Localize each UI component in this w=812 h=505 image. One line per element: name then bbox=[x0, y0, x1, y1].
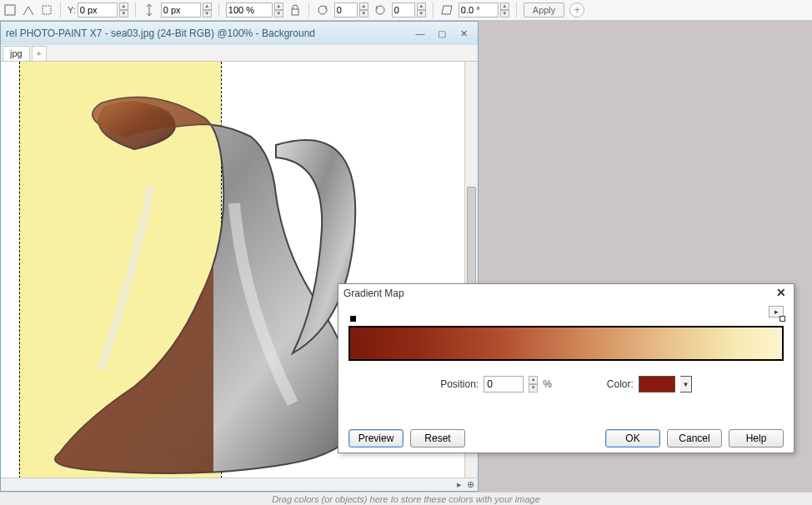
svg-rect-0 bbox=[5, 5, 15, 15]
nav-arrow-icon[interactable]: ▸ bbox=[457, 479, 462, 490]
y-label: Y: bbox=[68, 5, 76, 15]
dialog-body: ▸ Position: ▲▼ % Color: ▼ bbox=[338, 302, 794, 399]
document-title: rel PHOTO-PAINT X7 - sea03.jpg (24-Bit R… bbox=[6, 28, 411, 39]
y-input[interactable] bbox=[78, 2, 118, 18]
zoom-tool-icon[interactable]: ⊕ bbox=[467, 479, 474, 490]
svg-point-4 bbox=[318, 6, 327, 14]
tool-icon-2[interactable] bbox=[22, 3, 35, 17]
y-spinner[interactable]: ▲▼ bbox=[119, 2, 128, 18]
apply-button[interactable]: Apply bbox=[524, 2, 565, 18]
rotation2-field: ▲▼ bbox=[392, 2, 426, 18]
help-button[interactable]: Help bbox=[729, 429, 784, 448]
preview-button[interactable]: Preview bbox=[348, 429, 403, 448]
gradient-map-dialog: Gradient Map ✕ ▸ Position: ▲▼ % Color: ▼… bbox=[338, 283, 794, 453]
position-input[interactable] bbox=[484, 376, 524, 392]
separator bbox=[308, 2, 309, 18]
svg-rect-3 bbox=[292, 9, 298, 15]
separator bbox=[218, 2, 219, 18]
color-swatch[interactable] bbox=[639, 376, 675, 392]
color-dropdown-button[interactable]: ▼ bbox=[680, 376, 692, 392]
rot2-input[interactable] bbox=[392, 2, 415, 18]
gradient-stop-left[interactable] bbox=[350, 316, 356, 322]
cancel-button[interactable]: Cancel bbox=[667, 429, 722, 448]
scale-spinner[interactable]: ▲▼ bbox=[274, 2, 283, 18]
position-label: Position: bbox=[440, 378, 479, 390]
document-tabs: jpg + bbox=[1, 45, 478, 62]
separator bbox=[60, 2, 61, 18]
svg-rect-1 bbox=[43, 6, 51, 14]
dialog-titlebar[interactable]: Gradient Map ✕ bbox=[338, 284, 794, 302]
angle-spinner[interactable]: ▲▼ bbox=[500, 2, 509, 18]
separator bbox=[433, 2, 434, 18]
scale-input[interactable] bbox=[226, 2, 273, 18]
angle-field: ▲▼ bbox=[459, 2, 509, 18]
y-position-field: Y: ▲▼ bbox=[68, 2, 128, 18]
color-tray-hint: Drag colors (or objects) here to store t… bbox=[0, 492, 812, 505]
position-spinner[interactable]: ▲▼ bbox=[529, 376, 538, 392]
percent-label: % bbox=[543, 378, 552, 390]
rotate-icon bbox=[316, 3, 329, 17]
height-spinner[interactable]: ▲▼ bbox=[203, 2, 212, 18]
scale-field: ▲▼ bbox=[226, 2, 283, 18]
minimize-button[interactable]: — bbox=[411, 27, 429, 40]
height-icon bbox=[143, 3, 156, 17]
close-button[interactable]: ✕ bbox=[454, 27, 473, 40]
skew-icon bbox=[440, 3, 454, 17]
svg-marker-6 bbox=[442, 6, 452, 14]
rotation1-field: ▲▼ bbox=[334, 2, 368, 18]
property-bar: Y: ▲▼ ▲▼ ▲▼ ▲▼ ▲▼ ▲▼ Apply + bbox=[0, 0, 812, 21]
rot1-spinner[interactable]: ▲▼ bbox=[359, 2, 368, 18]
document-titlebar: rel PHOTO-PAINT X7 - sea03.jpg (24-Bit R… bbox=[1, 22, 478, 45]
separator bbox=[135, 2, 136, 18]
tool-icon-1[interactable] bbox=[3, 3, 17, 17]
gradient-editor bbox=[348, 326, 784, 361]
angle-input[interactable] bbox=[459, 2, 499, 18]
guide-left bbox=[19, 62, 20, 478]
new-tab-button[interactable]: + bbox=[32, 46, 47, 61]
reset-button[interactable]: Reset bbox=[410, 429, 465, 448]
gradient-controls-row: Position: ▲▼ % Color: ▼ bbox=[348, 376, 784, 392]
gradient-stop-right[interactable] bbox=[779, 316, 785, 322]
dialog-close-button[interactable]: ✕ bbox=[774, 286, 789, 301]
gradient-preview-bar[interactable] bbox=[348, 326, 784, 361]
document-tab[interactable]: jpg bbox=[3, 46, 30, 61]
separator bbox=[516, 2, 517, 18]
dialog-footer: Preview Reset OK Cancel Help bbox=[338, 424, 794, 452]
ok-button[interactable]: OK bbox=[605, 429, 660, 448]
color-label: Color: bbox=[607, 378, 634, 390]
document-status-bar: ▸ ⊕ bbox=[1, 478, 478, 491]
rot1-input[interactable] bbox=[334, 2, 358, 18]
height-input[interactable] bbox=[161, 2, 201, 18]
pitcher-image bbox=[26, 87, 384, 478]
dialog-title: Gradient Map bbox=[343, 288, 774, 299]
lock-icon[interactable] bbox=[288, 3, 302, 17]
add-preset-button[interactable]: + bbox=[569, 2, 584, 18]
rot2-spinner[interactable]: ▲▼ bbox=[417, 2, 426, 18]
svg-point-5 bbox=[376, 6, 384, 14]
maximize-button[interactable]: ▢ bbox=[433, 27, 451, 40]
tool-icon-3[interactable] bbox=[40, 3, 53, 17]
rotate-icon-2 bbox=[373, 3, 387, 17]
height-field: ▲▼ bbox=[161, 2, 212, 18]
